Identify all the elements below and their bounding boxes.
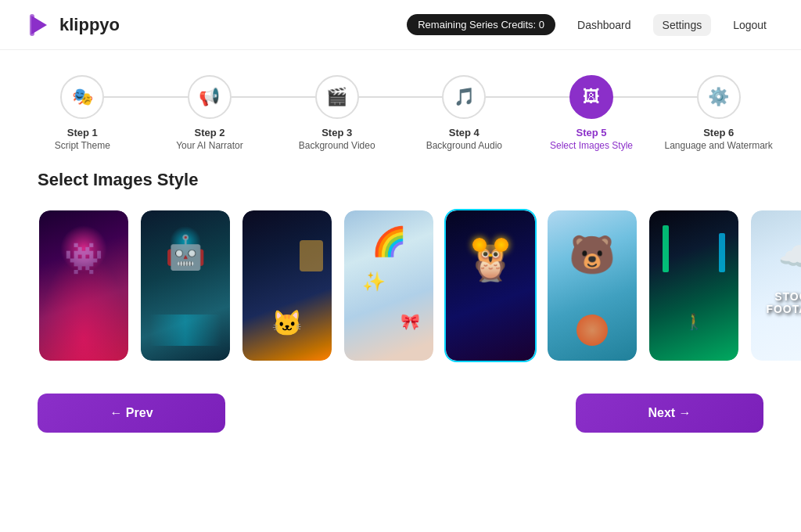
step-6-icon: ⚙️ [708,87,729,107]
gallery-item-1[interactable]: 👾 [38,209,130,362]
gallery-item-7[interactable]: 🚶 [648,209,740,362]
settings-button[interactable]: Settings [653,14,712,36]
scan-line [149,315,221,346]
sticker-emoji-3: 🎀 [400,312,420,331]
section-title: Select Images Style [0,164,801,203]
logout-button[interactable]: Logout [724,14,776,36]
step-2-label: Step 2 [194,127,224,138]
ball [577,315,608,346]
owl-eye-left [472,238,487,252]
step-5-icon-wrap: 🖼 [569,75,613,119]
step-4-icon: 🎵 [454,87,475,107]
gallery-image-4: 🌈 ✨ 🎀 [344,210,433,361]
credits-badge: Remaining Series Credits: 0 [407,14,555,35]
cloud-emoji: ☁️ [778,240,802,273]
prev-button[interactable]: ← Prev [38,394,225,433]
step-3[interactable]: 🎬 Step 3 Background Video [273,75,400,151]
window-glow [300,240,323,271]
step-1[interactable]: 🎭 Step 1 Script Theme [19,75,146,151]
bottom-nav: ← Prev Next → [0,381,801,445]
owl-eye-right [494,238,508,252]
face-emoji-2: 🤖 [165,233,206,271]
logo-icon [25,11,53,39]
gallery-item-3[interactable]: 🐱 [241,209,333,362]
next-button[interactable]: Next → [576,394,763,433]
gallery-image-5: 🦉 [446,210,535,361]
step-1-icon: 🎭 [72,87,93,107]
step-2-sub: Your AI Narrator [176,140,243,151]
step-6[interactable]: ⚙️ Step 6 Language and Watermark [655,75,782,151]
gallery-item-4[interactable]: 🌈 ✨ 🎀 [343,209,435,362]
step-4-sub: Background Audio [426,140,502,151]
step-5[interactable]: 🖼 Step 5 Select Images Style [528,75,656,151]
cute-animal-emoji: 🐻 [569,233,616,277]
step-4[interactable]: 🎵 Step 4 Background Audio [400,75,528,151]
header: klippyo Remaining Series Credits: 0 Dash… [0,0,801,50]
step-4-label: Step 4 [449,127,480,138]
step-3-sub: Background Video [299,140,375,151]
step-6-label: Step 6 [703,127,734,138]
step-1-label: Step 1 [67,127,98,138]
step-5-sub: Select Images Style [550,140,633,151]
step-3-icon: 🎬 [326,87,347,107]
neon-sign-2 [719,233,725,272]
logo: klippyo [25,11,120,39]
gallery-image-7: 🚶 [649,210,738,361]
step-3-label: Step 3 [321,127,352,138]
dashboard-button[interactable]: Dashboard [568,14,641,36]
neon-sign-1 [663,225,669,272]
sticker-emoji-2: ✨ [362,271,386,293]
step-2-icon: 📢 [199,87,220,107]
sticker-emoji-1: 🌈 [372,225,407,258]
stock-footage-text: STOCKFOOTAGE [766,290,801,315]
gallery-item-5[interactable]: 🦉 [444,209,537,362]
step-1-icon-wrap: 🎭 [60,75,104,119]
step-6-sub: Language and Watermark [665,140,773,151]
image-gallery: 👾 🤖 🐱 🌈 ✨ 🎀 🦉 🐻 [0,203,801,375]
gallery-image-3: 🐱 [242,210,332,361]
header-right: Remaining Series Credits: 0 Dashboard Se… [407,14,776,36]
logo-text: klippyo [59,15,120,35]
gallery-image-6: 🐻 [548,210,637,361]
gallery-image-8: ☁️ STOCKFOOTAGE [751,210,801,361]
gallery-image-1: 👾 [39,210,128,361]
step-2[interactable]: 📢 Step 2 Your AI Narrator [146,75,274,151]
step-1-sub: Script Theme [55,140,110,151]
step-2-icon-wrap: 📢 [188,75,232,119]
face-emoji-1: 👾 [64,240,103,277]
steps-container: 🎭 Step 1 Script Theme 📢 Step 2 Your AI N… [0,50,801,164]
gallery-item-8[interactable]: ☁️ STOCKFOOTAGE [749,209,801,362]
svg-rect-2 [30,14,34,36]
gallery-item-2[interactable]: 🤖 [139,209,232,362]
step-4-icon-wrap: 🎵 [442,75,486,119]
step-3-icon-wrap: 🎬 [315,75,359,119]
city-person: 🚶 [684,312,704,331]
gallery-image-2: 🤖 [141,210,230,361]
step-5-label: Step 5 [577,127,607,138]
step-5-icon: 🖼 [583,87,600,107]
step-6-icon-wrap: ⚙️ [697,75,741,119]
gallery-item-6[interactable]: 🐻 [546,209,638,362]
cat-emoji: 🐱 [271,308,303,338]
